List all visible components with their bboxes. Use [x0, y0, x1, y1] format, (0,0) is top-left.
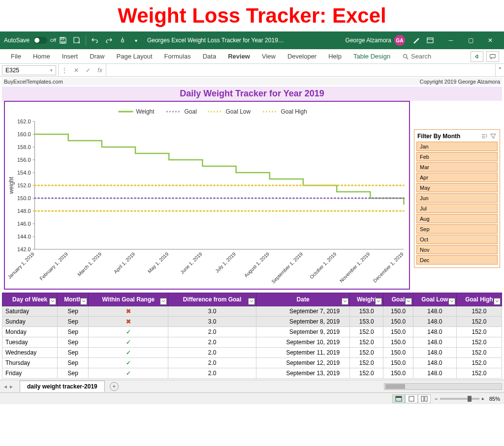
cell-within-goal[interactable]: ✓ — [89, 337, 168, 348]
slicer-item-oct[interactable]: Oct — [416, 235, 498, 244]
cell-day[interactable]: Tuesday — [2, 337, 58, 348]
fx-icon[interactable]: fx — [94, 64, 106, 76]
normal-view-icon[interactable] — [392, 394, 405, 403]
cell-goal[interactable]: 150.0 — [383, 337, 413, 348]
cell-month[interactable]: Sep — [58, 348, 89, 358]
tab-view[interactable]: View — [256, 50, 282, 63]
table-row[interactable]: FridaySep✓2.0September 13, 2019152.0150.… — [2, 368, 502, 379]
draw-mode-icon[interactable] — [411, 35, 422, 46]
filter-dropdown-icon[interactable] — [342, 298, 348, 305]
cell-date[interactable]: September 11, 2019 — [256, 348, 349, 358]
formula-expand-icon[interactable]: ˅ — [495, 64, 504, 76]
cell-goal[interactable]: 150.0 — [383, 368, 413, 379]
slicer-item-aug[interactable]: Aug — [416, 214, 498, 223]
insert-function-icon[interactable]: ⋮ — [59, 64, 70, 76]
cell-goal-high[interactable]: 152.0 — [456, 306, 502, 317]
cell-goal[interactable]: 150.0 — [383, 358, 413, 368]
sheet-nav-next-icon[interactable]: ▸ — [10, 383, 13, 390]
cell-goal-high[interactable]: 152.0 — [456, 317, 502, 327]
autosave-toggle[interactable]: AutoSave Off — [4, 37, 56, 44]
cell-diff[interactable]: 2.0 — [168, 358, 256, 368]
table-row[interactable]: WednesdaySep✓2.0September 11, 2019152.01… — [2, 348, 502, 358]
tab-draw[interactable]: Draw — [84, 50, 110, 63]
save-icon[interactable] — [58, 35, 68, 46]
undo-icon[interactable] — [90, 35, 100, 46]
cell-goal-low[interactable]: 148.0 — [413, 306, 456, 317]
cell-goal-low[interactable]: 148.0 — [413, 358, 456, 368]
cell-month[interactable]: Sep — [58, 358, 89, 368]
cell-goal-high[interactable]: 152.0 — [456, 358, 502, 368]
cell-day[interactable]: Wednesday — [2, 348, 58, 358]
cell-goal-high[interactable]: 152.0 — [456, 327, 502, 337]
user-account[interactable]: George Alzamora GA — [346, 35, 405, 46]
cell-month[interactable]: Sep — [58, 368, 89, 379]
table-row[interactable]: TuesdaySep✓2.0September 10, 2019152.0150… — [2, 337, 502, 348]
cell-goal[interactable]: 150.0 — [383, 306, 413, 317]
touch-mode-icon[interactable] — [117, 35, 128, 46]
namebox-dropdown-icon[interactable]: ▾ — [50, 68, 53, 73]
tab-review[interactable]: Review — [222, 50, 256, 63]
add-sheet-button[interactable]: + — [110, 382, 119, 391]
cell-goal-low[interactable]: 148.0 — [413, 368, 456, 379]
tab-table-design[interactable]: Table Design — [347, 50, 396, 63]
cell-month[interactable]: Sep — [58, 327, 89, 337]
cell-diff[interactable]: 3.0 — [168, 317, 256, 327]
weight-chart[interactable]: WeightGoalGoal LowGoal High142.0144.0146… — [4, 101, 410, 290]
cell-goal[interactable]: 150.0 — [383, 348, 413, 358]
ribbon-display-icon[interactable] — [425, 35, 436, 46]
cell-diff[interactable]: 2.0 — [168, 337, 256, 348]
filter-dropdown-icon[interactable] — [375, 298, 382, 305]
comments-button[interactable] — [486, 51, 499, 62]
toggle-switch[interactable] — [33, 37, 47, 44]
clear-filter-icon[interactable] — [490, 133, 497, 140]
cell-goal-high[interactable]: 152.0 — [456, 337, 502, 348]
multiselect-icon[interactable] — [481, 133, 488, 140]
page-layout-view-icon[interactable] — [405, 394, 418, 403]
cell-within-goal[interactable]: ✓ — [89, 358, 168, 368]
table-row[interactable]: MondaySep✓2.0September 9, 2019152.0150.0… — [2, 327, 502, 337]
cell-diff[interactable]: 3.0 — [168, 306, 256, 317]
cell-goal-low[interactable]: 148.0 — [413, 348, 456, 358]
cell-date[interactable]: September 9, 2019 — [256, 327, 349, 337]
redo-icon[interactable] — [103, 35, 114, 46]
cell-goal-high[interactable]: 152.0 — [456, 368, 502, 379]
cell-within-goal[interactable]: ✓ — [89, 368, 168, 379]
cell-month[interactable]: Sep — [58, 337, 89, 348]
cell-goal[interactable]: 150.0 — [383, 317, 413, 327]
cell-weight[interactable]: 153.0 — [350, 317, 383, 327]
tab-insert[interactable]: Insert — [56, 50, 84, 63]
slicer-item-feb[interactable]: Feb — [416, 152, 498, 161]
cell-weight[interactable]: 152.0 — [350, 337, 383, 348]
cell-date[interactable]: September 10, 2019 — [256, 337, 349, 348]
tab-home[interactable]: Home — [27, 50, 56, 63]
search-box[interactable]: Search — [402, 53, 431, 60]
slicer-item-nov[interactable]: Nov — [416, 245, 498, 254]
cell-day[interactable]: Monday — [2, 327, 58, 337]
cell-weight[interactable]: 153.0 — [350, 306, 383, 317]
slicer-item-sep[interactable]: Sep — [416, 224, 498, 234]
tab-page-layout[interactable]: Page Layout — [111, 50, 158, 63]
tab-data[interactable]: Data — [197, 50, 222, 63]
cell-goal-low[interactable]: 148.0 — [413, 327, 456, 337]
zoom-slider[interactable] — [440, 398, 479, 400]
sheet-nav-prev-icon[interactable]: ◂ — [4, 383, 7, 390]
cell-weight[interactable]: 152.0 — [350, 348, 383, 358]
filter-dropdown-icon[interactable] — [160, 298, 167, 305]
slicer-item-jun[interactable]: Jun — [416, 193, 498, 203]
cell-weight[interactable]: 152.0 — [350, 358, 383, 368]
filter-dropdown-icon[interactable] — [405, 298, 412, 305]
filter-dropdown-icon[interactable] — [448, 298, 455, 305]
cell-within-goal[interactable]: ✖ — [89, 317, 168, 327]
close-button[interactable]: ✕ — [480, 31, 500, 49]
cell-diff[interactable]: 2.0 — [168, 327, 256, 337]
tab-file[interactable]: File — [5, 50, 27, 63]
save-as-icon[interactable] — [71, 35, 82, 46]
slicer-item-apr[interactable]: Apr — [416, 173, 498, 182]
tab-developer[interactable]: Developer — [282, 50, 322, 63]
slicer-item-jan[interactable]: Jan — [416, 142, 498, 151]
maximize-button[interactable]: ▢ — [461, 31, 480, 49]
cell-day[interactable]: Friday — [2, 368, 58, 379]
table-row[interactable]: SaturdaySep✖3.0September 7, 2019153.0150… — [2, 306, 502, 317]
minimize-button[interactable]: ─ — [441, 31, 461, 49]
zoom-out-button[interactable]: − — [435, 396, 438, 402]
